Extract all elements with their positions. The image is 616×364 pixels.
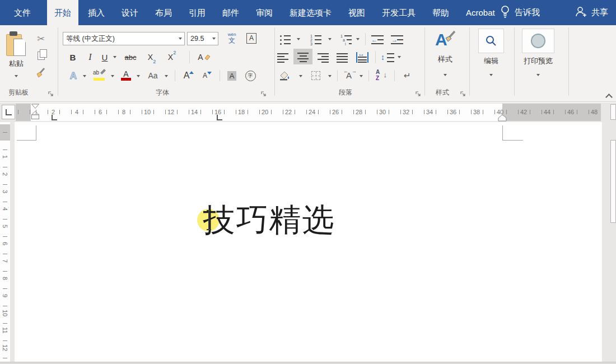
strikethrough-button[interactable]: abc — [121, 50, 140, 64]
text-effects-dropdown[interactable] — [82, 73, 87, 79]
subscript-button[interactable]: X2 — [143, 50, 160, 64]
numbering-button[interactable]: 1 2 3 — [307, 32, 325, 46]
ruler-tick — [542, 110, 542, 114]
bold-button[interactable]: B — [65, 50, 81, 64]
styles-dropdown[interactable] — [429, 72, 461, 78]
character-border-button[interactable]: A — [244, 31, 259, 45]
bullets-dropdown[interactable] — [296, 36, 301, 42]
shading-dropdown[interactable] — [298, 73, 304, 79]
asian-layout-dropdown[interactable] — [358, 73, 364, 79]
superscript-button[interactable]: X2 — [164, 50, 180, 64]
bullets-button[interactable] — [277, 32, 293, 46]
tab-stop-marker[interactable] — [217, 115, 222, 120]
chevron-down-icon[interactable] — [179, 38, 182, 40]
multilevel-list-button[interactable]: 1 a i — [337, 32, 355, 46]
character-shading-button[interactable]: A — [224, 68, 240, 83]
clear-formatting-button[interactable]: A — [195, 50, 214, 64]
scrollbar-top-button[interactable] — [610, 104, 616, 120]
asian-layout-button[interactable]: ← → A — [342, 68, 358, 83]
underline-button[interactable]: U — [99, 50, 111, 64]
tab-view[interactable]: 视图 — [341, 0, 372, 25]
paragraph-dialog-launcher-icon[interactable] — [416, 89, 421, 95]
tab-stop-marker[interactable] — [52, 115, 57, 120]
align-center-button[interactable] — [293, 49, 312, 64]
show-hide-marks-button[interactable]: ↵ — [399, 68, 416, 83]
increase-indent-button[interactable]: → — [389, 32, 405, 46]
borders-button[interactable] — [308, 68, 324, 83]
vertical-ruler[interactable]: 123456789101112 — [0, 122, 10, 362]
search-icon — [485, 35, 497, 47]
font-color-dropdown[interactable] — [136, 73, 141, 79]
editing-button[interactable] — [478, 29, 504, 53]
editing-dropdown[interactable] — [476, 72, 506, 78]
font-dialog-launcher-icon[interactable] — [261, 89, 267, 95]
print-preview-button[interactable] — [522, 29, 554, 53]
clipboard-dialog-launcher-icon[interactable] — [48, 89, 54, 95]
styles-group-label: 样式 — [428, 88, 457, 97]
line-spacing-dropdown[interactable] — [396, 54, 402, 60]
change-case-button[interactable]: Aa — [144, 68, 161, 83]
document-heading-text[interactable]: 技巧精选 — [36, 202, 502, 237]
tab-insert[interactable]: 插入 — [81, 0, 112, 25]
document-page[interactable] — [15, 122, 602, 362]
borders-dropdown[interactable] — [327, 73, 333, 79]
text-effects-button[interactable]: A — [66, 68, 81, 83]
enclose-characters-button[interactable]: 字 — [242, 68, 259, 83]
justify-button[interactable] — [335, 50, 349, 64]
distribute-button[interactable]: ↔ — [354, 50, 371, 64]
tab-developer[interactable]: 开发工具 — [375, 0, 423, 25]
font-size-combobox[interactable]: 29.5 — [187, 32, 218, 45]
borders-icon — [311, 71, 320, 80]
tab-design[interactable]: 设计 — [114, 0, 146, 25]
tab-home[interactable]: 开始 — [47, 0, 78, 25]
paste-dropdown[interactable] — [3, 73, 29, 79]
text-highlight-dropdown[interactable] — [110, 73, 115, 79]
tab-file[interactable]: 文件 — [7, 0, 38, 25]
shrink-font-button[interactable]: A — [199, 68, 215, 83]
decrease-indent-button[interactable]: ← — [370, 32, 385, 46]
shading-button[interactable] — [276, 68, 293, 83]
styles-dialog-launcher-icon[interactable] — [460, 89, 466, 95]
tab-mailings[interactable]: 邮件 — [215, 0, 246, 25]
tab-help[interactable]: 帮助 — [425, 0, 456, 25]
separator — [220, 70, 220, 81]
tab-layout[interactable]: 布局 — [148, 0, 179, 25]
underline-dropdown[interactable] — [112, 54, 118, 60]
ruler-tick — [3, 202, 7, 202]
tab-new-tab[interactable]: 新建选项卡 — [282, 0, 339, 25]
paragraph-group-label: 段落 — [329, 88, 362, 97]
align-left-button[interactable] — [276, 50, 290, 64]
share-button[interactable]: 共享 — [575, 0, 608, 25]
align-right-button[interactable] — [316, 50, 330, 64]
tab-stop-selector[interactable] — [2, 105, 15, 119]
copy-button[interactable] — [32, 49, 49, 62]
italic-button[interactable]: I — [84, 50, 96, 64]
grow-font-button[interactable]: A — [180, 68, 197, 83]
styles-button[interactable]: A — [429, 29, 461, 51]
paste-button[interactable] — [3, 30, 29, 59]
styles-button-label[interactable]: 样式 — [429, 54, 461, 64]
font-name-combobox[interactable]: 等线 (中文正文) — [63, 32, 185, 45]
format-painter-button[interactable] — [32, 66, 49, 80]
cut-button[interactable]: ✂ — [32, 32, 49, 45]
multilevel-list-dropdown[interactable] — [355, 36, 361, 42]
phonetic-guide-button[interactable]: wén 文 — [223, 30, 241, 46]
line-spacing-button[interactable]: ↕ — [380, 50, 395, 64]
font-color-button[interactable]: A — [119, 68, 133, 83]
sort-button[interactable]: A Z ↓ — [373, 68, 390, 83]
numbering-dropdown[interactable] — [327, 36, 333, 42]
print-preview-dropdown[interactable] — [515, 72, 561, 78]
tell-me-button[interactable]: 告诉我 — [500, 0, 540, 25]
tab-acrobat[interactable]: Acrobat — [459, 0, 502, 25]
print-preview-button-label[interactable]: 打印预览 — [515, 56, 561, 66]
tab-review[interactable]: 审阅 — [249, 0, 280, 25]
change-case-dropdown[interactable] — [164, 73, 169, 79]
chevron-down-icon[interactable] — [212, 38, 216, 40]
tab-references[interactable]: 引用 — [181, 0, 213, 25]
editing-button-label[interactable]: 编辑 — [476, 56, 506, 66]
collapse-ribbon-icon[interactable] — [605, 94, 613, 101]
paste-button-label[interactable]: 粘贴 — [3, 59, 29, 69]
horizontal-ruler[interactable]: 2468101214161820222426283032343638404244… — [16, 104, 601, 121]
scrollbar-thumb[interactable] — [610, 140, 616, 223]
text-highlight-button[interactable]: ab — [91, 68, 108, 83]
